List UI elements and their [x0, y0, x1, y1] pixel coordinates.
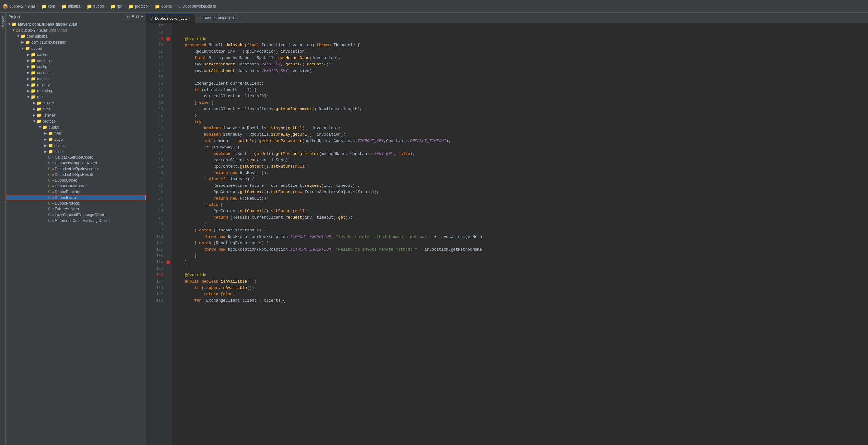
label-dubbo: dubbo [31, 46, 42, 51]
folder-icon-3: 📁 [87, 4, 92, 9]
code-line-104: } [175, 259, 868, 266]
tree-item-registry[interactable]: ▶ 📁 registry [6, 82, 146, 88]
code-line-93: RpcContext.getContext().setFuture(new Fu… [175, 189, 868, 195]
breadcrumb-jar[interactable]: 📦 dubbo-2.4.9.jar [3, 4, 35, 9]
breadcrumb-class-label: DubboInvoker.class [183, 4, 216, 9]
class-icon-referencecount: C [48, 218, 51, 223]
tree-item-common[interactable]: ▶ 📁 common [6, 58, 146, 64]
code-line-85: int timeout = getUrl().getMethodParamete… [175, 138, 868, 144]
breadcrumb-alibaba[interactable]: 📁 alibaba [61, 4, 81, 9]
tree-item-DecodeableRpcResult[interactable]: ▶ C ● DecodeableRpcResult [6, 172, 146, 177]
tree-item-FutureAdapter[interactable]: ▶ C ○ FutureAdapter [6, 206, 146, 212]
file-tree: Project ⚙ ≡ ⚙ − ▼ 📁 Maven: com.alibaba:d… [6, 13, 146, 445]
tree-item-CallbackServiceCodec[interactable]: ▶ C ○ CallbackServiceCodec [6, 155, 146, 160]
tree-item-ReferenceCount[interactable]: ▶ C ○ ReferenceCountExchangeClient [6, 218, 146, 224]
code-container: 67 68 69 70 71 72 73 74 75 76 77 78 79 8… [146, 23, 868, 445]
label-DubboCountCodec: DubboCountCodec [55, 184, 87, 189]
jar-root-suffix: library root [49, 28, 67, 33]
tree-header-actions: ⚙ ≡ ⚙ − [127, 14, 144, 20]
label-DubboCodec: DubboCodec [55, 178, 77, 182]
label-ChannelWrappedInvoker: ChannelWrappedInvoker [55, 161, 97, 165]
tree-item-cache[interactable]: ▶ 📁 cache [6, 52, 146, 58]
breadcrumb-rpc[interactable]: 📁 rpc [110, 4, 122, 9]
code-line-96: RpcContext.getContext().setFuture(null); [175, 208, 868, 214]
tree-item-dubbo[interactable]: ▼ 📁 dubbo [6, 45, 146, 52]
tree-item-protocol[interactable]: ▼ 📁 protocol [6, 118, 146, 124]
folder-icon-5: 📁 [128, 4, 133, 9]
label-CallbackServiceCodec: CallbackServiceCodec [55, 155, 93, 160]
tree-item-ChannelWrappedInvoker[interactable]: ▶ C ○ ChannelWrappedInvoker [6, 160, 146, 166]
class-icon-dubbocountcodec: C [48, 184, 51, 189]
label-registry: registry [37, 83, 50, 87]
code-line-110: for (ExchangeClient client : clients){ [175, 298, 868, 304]
label-protocol: protocol [43, 119, 57, 124]
breadcrumb-protocol[interactable]: 📁 protocol [128, 4, 149, 9]
project-panel-tab[interactable]: Project [0, 13, 6, 445]
code-content[interactable]: @Override protected Result doInvoke(fina… [172, 23, 868, 445]
tree-item-DubboExporter[interactable]: ▶ C ● DubboExporter [6, 189, 146, 195]
code-line-84: boolean isOneway = RpcUtils.isOneway(get… [175, 132, 868, 138]
folder-icon-1: 📁 [41, 4, 46, 9]
tree-item-filter[interactable]: ▶ 📁 filter [6, 106, 146, 112]
label-DubboExporter: DubboExporter [55, 190, 81, 194]
tree-item-filter-inner[interactable]: ▶ 📁 filter [6, 130, 146, 136]
breadcrumb-class[interactable]: C DubboInvoker.class [178, 4, 216, 9]
tree-item-DubboInvoker[interactable]: ▶ C ● DubboInvoker [6, 195, 146, 201]
code-line-77: if (clients.length == 1) { [175, 87, 868, 93]
tree-item-remoting[interactable]: ▶ 📁 remoting [6, 88, 146, 94]
top-bar: 📦 dubbo-2.4.9.jar › 📁 com › 📁 alibaba › … [0, 0, 868, 13]
gear-icon[interactable]: ⚙ [136, 14, 139, 20]
code-line-75 [175, 74, 868, 80]
tree-item-DubboProtocol[interactable]: ▶ C ● DubboProtocol [6, 201, 146, 206]
label-LazyConnect: LazyConnectExchangeClient [55, 213, 104, 217]
tab-label-defaultfuture: DefaultFuture.java [203, 16, 235, 21]
breadcrumb-dubbo[interactable]: 📁 dubbo [87, 4, 104, 9]
breadcrumb-dubbo2-label: dubbo [161, 4, 172, 9]
folder-icon-page: 📁 [48, 137, 53, 142]
code-line-99: } catch (TimeoutException e) { [175, 227, 868, 234]
tree-item-dubbo-inner[interactable]: ▼ 📁 dubbo [6, 124, 146, 130]
tree-item-monitor[interactable]: ▶ 📁 monitor [6, 76, 146, 82]
class-icon-channel: C [48, 161, 51, 165]
label-dubbo-inner: dubbo [49, 125, 59, 130]
tree-item-config[interactable]: ▶ 📁 config [6, 64, 146, 70]
tree-item-LazyConnect[interactable]: ▶ C ○ LazyConnectExchangeClient [6, 212, 146, 218]
code-line-98: } [175, 221, 868, 227]
tree-item-com-alibaba[interactable]: ▼ 📁 com.alibaba [6, 33, 146, 39]
settings-icon[interactable]: ≡ [132, 14, 134, 20]
folder-icon-telnet: 📁 [48, 149, 53, 154]
label-rpc: rpc [37, 95, 42, 99]
label-listener: listener [43, 113, 55, 117]
tree-item-caucho[interactable]: ▶ 📁 com.caucho.hessian [6, 39, 146, 45]
breadcrumb-dubbo2[interactable]: 📁 dubbo [155, 4, 172, 9]
label-caucho: com.caucho.hessian [31, 40, 66, 45]
tab-dubboinvoker[interactable]: C DubboInvoker.java × [146, 14, 195, 23]
code-line-90: return new RpcResult(); [175, 170, 868, 176]
code-line-81: } [175, 112, 868, 119]
tree-item-rpc[interactable]: ▼ 📁 rpc [6, 94, 146, 100]
label-remoting: remoting [37, 89, 52, 93]
code-line-83: boolean isAsync = RpcUtils.isAsync(getUr… [175, 125, 868, 132]
breadcrumb-protocol-label: protocol [135, 4, 149, 9]
tree-item-telnet[interactable]: ▶ 📁 telnet [6, 148, 146, 155]
tree-maven-root[interactable]: ▼ 📁 Maven: com.alibaba:dubbo:2.4.9 [6, 21, 146, 27]
tree-item-DecodeableRpcInvocation[interactable]: ▶ C ● DecodeableRpcInvocation [6, 166, 146, 172]
tree-item-DubboCodec[interactable]: ▶ C ● DubboCodec [6, 177, 146, 183]
folder-icon-rpc: 📁 [31, 95, 36, 99]
collapse-icon[interactable]: − [141, 14, 144, 20]
tree-item-listener[interactable]: ▶ 📁 listener [6, 112, 146, 118]
tree-jar-root[interactable]: ▼ 🗃 dubbo-2.4.9.jar library root [6, 27, 146, 33]
code-line-103: } [175, 253, 868, 259]
tree-item-page[interactable]: ▶ 📁 page [6, 136, 146, 142]
tree-item-cluster[interactable]: ▶ 📁 cluster [6, 100, 146, 106]
tree-item-container[interactable]: ▶ 📁 container [6, 70, 146, 76]
tab-close-dubboinvoker[interactable]: × [189, 16, 190, 21]
folder-icon-container: 📁 [31, 70, 36, 75]
tree-item-DubboCountCodec[interactable]: ▶ C ● DubboCountCodec [6, 183, 146, 189]
breadcrumb-com[interactable]: 📁 com [41, 4, 55, 9]
tree-item-status[interactable]: ▶ 📁 status [6, 142, 146, 148]
sync-icon[interactable]: ⚙ [127, 14, 129, 20]
folder-icon-6: 📁 [155, 4, 160, 9]
tab-close-defaultfuture[interactable]: × [237, 16, 239, 20]
tab-defaultfuture[interactable]: C DefaultFuture.java × [195, 14, 243, 23]
